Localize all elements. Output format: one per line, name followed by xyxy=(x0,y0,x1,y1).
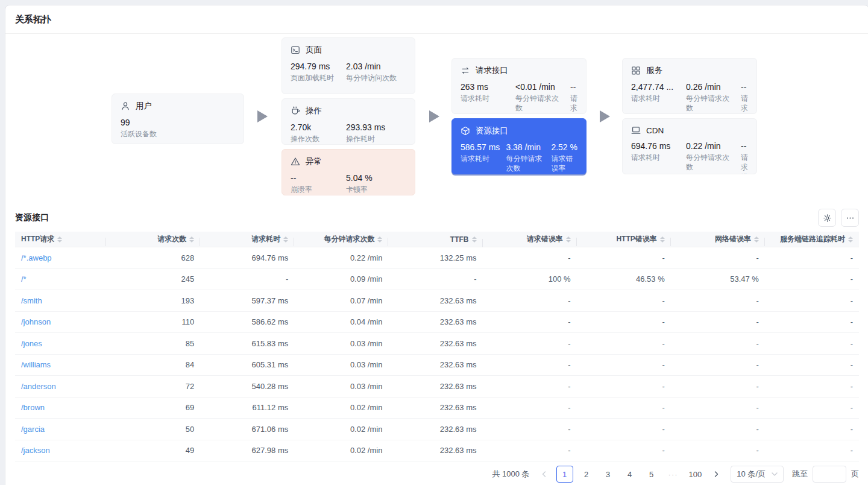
node-title: 页面 xyxy=(306,45,322,55)
metric-value: -- xyxy=(570,81,577,92)
page-unit-label: 页 xyxy=(851,469,859,480)
table-cell: 72 xyxy=(106,382,200,391)
metric-label: 操作次数 xyxy=(291,134,340,144)
table-cell: - xyxy=(765,425,859,434)
metric-value: 263 ms xyxy=(461,81,509,92)
http-request-link[interactable]: /anderson xyxy=(21,382,56,391)
metric-label: 请求错误率 xyxy=(741,153,748,174)
topology-node-page[interactable]: 页面 294.79 ms 页面加载耗时 2.03 /min 每分钟访问次数 xyxy=(281,37,415,94)
page-number-3[interactable]: 3 xyxy=(600,466,617,483)
column-header-5[interactable]: TTFB xyxy=(388,235,482,244)
flow-arrow-icon xyxy=(600,110,610,122)
http-request-link[interactable]: /jackson xyxy=(21,446,50,455)
column-header-4[interactable]: 每分钟请求次数 xyxy=(294,234,388,244)
metric-value: -- xyxy=(741,141,748,151)
metric-label: 请求错误率 xyxy=(741,94,748,114)
column-label: HTTP错误率 xyxy=(616,234,656,244)
table-cell: 50 xyxy=(106,425,200,434)
more-dots-icon xyxy=(846,214,855,223)
table-cell: 627.98 ms xyxy=(200,446,294,455)
user-icon xyxy=(121,101,130,111)
table-row: /*245-0.09 /min-100 %46.53 %53.47 %- xyxy=(15,269,859,291)
topology-node-resource-api[interactable]: 资源接口 586.57 ms 请求耗时 3.38 /min 每分钟请求次数 2.… xyxy=(451,118,587,174)
metric-label: 请求错误率 xyxy=(570,94,577,114)
table-cell: 49 xyxy=(106,446,200,455)
table-cell: 611.12 ms xyxy=(200,403,294,412)
total-count-label: 共 1000 条 xyxy=(492,469,529,480)
http-request-link[interactable]: /johnson xyxy=(21,317,51,326)
pagination-next-button[interactable] xyxy=(709,466,723,483)
metric-value: 0.22 /min xyxy=(686,141,735,151)
column-header-1[interactable]: HTTP请求 xyxy=(15,234,106,244)
table-settings-button[interactable] xyxy=(818,209,836,227)
metric: 294.79 ms 页面加载耗时 xyxy=(291,61,340,83)
page-size-select[interactable]: 10 条/页 xyxy=(731,466,784,483)
sort-icon xyxy=(566,236,571,242)
column-label: 网络错误率 xyxy=(715,234,751,244)
table-cell: 0.02 /min xyxy=(294,403,388,412)
topology-node-cdn[interactable]: CDN 694.76 ms 请求耗时 0.22 /min 每分钟请求次数 -- … xyxy=(622,118,757,174)
column-header-7[interactable]: HTTP错误率 xyxy=(577,234,671,244)
table-cell: - xyxy=(577,253,671,262)
table-cell: - xyxy=(577,360,671,369)
column-header-6[interactable]: 请求错误率 xyxy=(483,234,577,244)
http-request-link[interactable]: /brown xyxy=(21,403,45,412)
table-cell: - xyxy=(765,339,859,348)
table-cell: - xyxy=(577,296,671,305)
page-number-2[interactable]: 2 xyxy=(578,466,595,483)
table-cell: 132.25 ms xyxy=(388,253,482,262)
chevron-left-icon xyxy=(541,471,547,477)
page-number-4[interactable]: 4 xyxy=(621,466,638,483)
http-request-link[interactable]: /jones xyxy=(21,339,42,348)
topology-node-action[interactable]: 操作 2.70k 操作次数 293.93 ms 操作耗时 xyxy=(281,98,415,145)
table-row: /williams84605.31 ms0.03 /min232.63 ms--… xyxy=(15,355,859,376)
table-cell: 69 xyxy=(106,403,200,412)
topology-node-service[interactable]: 服务 2,477.74 ... 请求耗时 0.26 /min 每分钟请求次数 -… xyxy=(622,58,757,114)
table-cell: 628 xyxy=(106,253,200,262)
metric: 2.03 /min 每分钟访问次数 xyxy=(346,61,406,83)
column-label: 每分钟请求次数 xyxy=(324,234,374,244)
metric: 263 ms 请求耗时 xyxy=(461,81,509,114)
table-cell: - xyxy=(671,446,765,455)
page-number-1[interactable]: 1 xyxy=(556,466,573,483)
table-body: /*.awebp628694.76 ms0.22 /min132.25 ms--… xyxy=(15,247,859,461)
column-header-2[interactable]: 请求次数 xyxy=(106,234,200,244)
http-request-link[interactable]: /* xyxy=(21,274,27,284)
metric-label: 操作耗时 xyxy=(346,134,406,144)
metric: 293.93 ms 操作耗时 xyxy=(346,122,406,144)
http-request-link[interactable]: /williams xyxy=(21,360,51,369)
table-row: /brown69611.12 ms0.02 /min232.63 ms---- xyxy=(15,398,859,419)
metric-label: 每分钟访问次数 xyxy=(346,73,406,83)
table-cell: 232.63 ms xyxy=(388,382,482,391)
table-cell: - xyxy=(765,296,859,305)
table-cell: - xyxy=(577,425,671,434)
column-header-9[interactable]: 服务端链路追踪耗时 xyxy=(765,234,859,244)
topology-node-user[interactable]: 用户 99 活跃设备数 xyxy=(112,94,244,144)
column-label: 服务端链路追踪耗时 xyxy=(780,234,845,244)
topology-node-request-api[interactable]: 请求接口 263 ms 请求耗时 <0.01 /min 每分钟请求次数 -- 请… xyxy=(451,58,587,114)
http-request-cell: /jackson xyxy=(15,446,106,455)
jump-to-label: 跳至 xyxy=(792,469,808,480)
table-cell: 232.63 ms xyxy=(388,317,482,326)
topology-node-exception[interactable]: 异常 -- 崩溃率 5.04 % 卡顿率 xyxy=(281,149,415,195)
http-request-link[interactable]: /smith xyxy=(21,296,42,305)
more-actions-button[interactable] xyxy=(841,209,859,227)
column-header-8[interactable]: 网络错误率 xyxy=(671,234,765,244)
table-cell: 615.83 ms xyxy=(200,339,294,348)
table-cell: 232.63 ms xyxy=(388,403,482,412)
metric-value: 3.38 /min xyxy=(506,142,545,153)
table-cell: 0.09 /min xyxy=(294,274,388,284)
column-header-3[interactable]: 请求耗时 xyxy=(200,234,294,244)
table-cell: - xyxy=(671,403,765,412)
pagination-prev-button[interactable] xyxy=(537,466,552,483)
sort-icon xyxy=(472,236,477,242)
node-title: 资源接口 xyxy=(476,125,508,136)
page-number-5[interactable]: 5 xyxy=(643,466,660,483)
metric-label: 每分钟请求次数 xyxy=(515,94,564,113)
page-number-100[interactable]: 100 xyxy=(687,466,705,483)
http-request-link[interactable]: /garcia xyxy=(21,425,45,434)
terminal-window-icon xyxy=(291,45,300,55)
jump-page-input[interactable] xyxy=(813,466,846,483)
http-request-link[interactable]: /*.awebp xyxy=(21,253,52,262)
table-cell: 0.04 /min xyxy=(294,317,388,326)
